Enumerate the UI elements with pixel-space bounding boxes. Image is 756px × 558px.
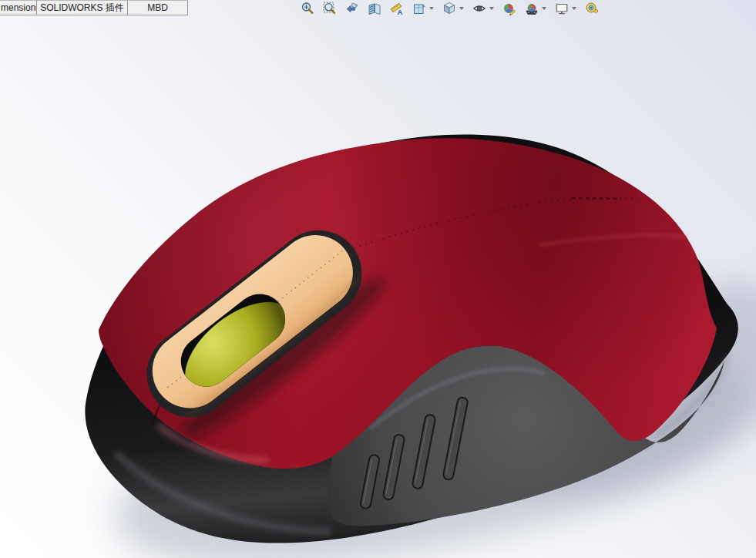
- edit-appearance-button[interactable]: [502, 2, 516, 15]
- display-style-button[interactable]: [442, 2, 464, 15]
- display-style-dropdown[interactable]: [459, 7, 464, 10]
- solidworks-window: { "command_manager": { "tabs": [ { "labe…: [0, 0, 756, 558]
- commandmanager-tab-bar: mensions SOLIDWORKS 插件 MBD: [0, 0, 188, 15]
- tape-measure-icon: [585, 2, 599, 15]
- apply-scene-dropdown[interactable]: [542, 7, 546, 10]
- hide-show-items-button[interactable]: [472, 2, 494, 15]
- graphics-viewport[interactable]: [0, 0, 756, 558]
- magnifier-area-icon: [323, 2, 337, 15]
- view-settings-button[interactable]: [555, 2, 576, 15]
- ruler-letter-a-icon: A: [390, 2, 404, 15]
- zoom-to-area-button[interactable]: [323, 2, 337, 15]
- color-ball-stage-icon: [525, 2, 539, 15]
- heads-up-toolbar: A: [301, 0, 607, 17]
- previous-view-button[interactable]: [345, 2, 359, 15]
- zoom-to-fit-button[interactable]: [301, 2, 314, 15]
- dynamic-annotation-views-button[interactable]: A: [390, 2, 404, 15]
- view-orientation-dropdown[interactable]: [429, 7, 434, 10]
- color-ball-pencil-icon: [502, 2, 516, 15]
- hide-show-dropdown[interactable]: [489, 7, 494, 10]
- tab-solidworks-addins[interactable]: SOLIDWORKS 插件: [37, 0, 128, 15]
- view-arrow-icon: [345, 2, 359, 15]
- view-orientation-button[interactable]: [412, 2, 434, 15]
- magnifier-fit-icon: [301, 2, 314, 15]
- section-view-button[interactable]: [368, 2, 381, 15]
- orientation-cube-icon: [412, 2, 426, 15]
- section-book-icon: [368, 2, 381, 15]
- tab-dimensions[interactable]: mensions: [0, 0, 37, 15]
- view-settings-dropdown[interactable]: [572, 7, 576, 10]
- shaded-cube-icon: [442, 2, 456, 15]
- monitor-icon: [555, 2, 569, 15]
- tab-mbd[interactable]: MBD: [128, 0, 188, 15]
- eye-icon: [472, 2, 486, 15]
- measure-button[interactable]: [585, 2, 599, 15]
- svg-text:A: A: [398, 8, 403, 16]
- apply-scene-button[interactable]: [525, 2, 546, 15]
